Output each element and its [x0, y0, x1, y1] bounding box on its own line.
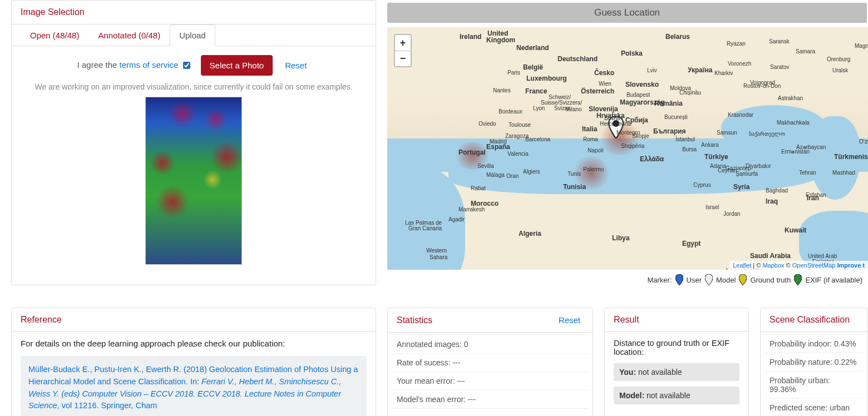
model-pin-icon — [705, 274, 713, 285]
map-label: Paris — [507, 70, 520, 76]
map-label: Libya — [612, 234, 629, 242]
map-label: Algiers — [523, 169, 540, 175]
map-label: Saudi Arabia — [750, 252, 791, 260]
tos-link[interactable]: terms of service — [120, 60, 179, 70]
map-label: Luxembourg — [526, 75, 567, 82]
map-label: Ceyhan — [718, 167, 737, 174]
zoom-out-button[interactable]: − — [395, 51, 411, 66]
map-label: Azərbaycan — [796, 144, 826, 150]
upload-reset-button[interactable]: Reset — [282, 60, 310, 71]
map-title: Guess Location — [387, 3, 867, 23]
map-label: Orenburg — [827, 56, 850, 62]
improve-link[interactable]: Improve t — [837, 262, 865, 269]
map-label: Slovensko — [625, 81, 659, 88]
map-label: O'zbeki — [859, 138, 868, 145]
map-label: Tunisia — [563, 183, 586, 191]
map-attribution: Leaflet | © Mapbox © OpenStreetMap Impro… — [729, 261, 868, 270]
gt-pin-icon — [739, 274, 747, 285]
map-label: Belarus — [665, 33, 690, 41]
map-label: Gran Canaria — [408, 225, 442, 231]
reference-header: Reference — [12, 308, 376, 332]
map-label: Toulouse — [509, 122, 531, 128]
map-label: Samara — [796, 48, 815, 55]
map-label: Deutschland — [558, 55, 598, 63]
map-label: Baghdad — [766, 187, 788, 194]
map-label: Şanlıurfa — [736, 171, 758, 177]
tos-label: I agree the terms of service — [77, 60, 192, 71]
map[interactable]: IrelandUnitedKingdomBelarusNederlandBelg… — [387, 27, 868, 270]
reference-card: Reference For details on the deep learni… — [11, 308, 376, 416]
map-label: Palermo — [583, 166, 604, 172]
map-label: Bursa — [682, 146, 697, 152]
scene-urban: Probability urban: 99.36% — [765, 372, 863, 399]
stat-model-mean-error: Model's mean error: --- — [392, 390, 588, 409]
statistics-header: Statistics — [397, 315, 432, 325]
map-label: Krasnodar — [728, 112, 753, 118]
osm-link[interactable]: OpenStreetMap — [792, 262, 836, 269]
map-label: Agadir — [448, 216, 465, 222]
map-label: Esfahan — [806, 192, 826, 198]
map-label: Rabat — [471, 185, 486, 191]
legend-user: User — [687, 276, 702, 284]
map-column: Guess Location IrelandUnitedKingdomBelar… — [387, 0, 868, 285]
leaflet-link[interactable]: Leaflet — [733, 262, 751, 269]
map-label: Tehran — [799, 170, 816, 176]
image-selection-card: Image Selection Open (48/48) Annotated (… — [11, 0, 376, 285]
reference-citation[interactable]: Müller-Budack E., Pustu-Iren K., Ewerth … — [21, 356, 367, 416]
map-label: Україна — [688, 66, 712, 74]
map-label: Astrakhan — [778, 95, 803, 101]
map-label: Saransk — [769, 38, 790, 44]
map-label: Bordeaux — [499, 108, 522, 115]
zoom-in-button[interactable]: + — [395, 35, 411, 51]
map-label: საქართველო — [749, 131, 785, 137]
map-label: France — [525, 87, 547, 95]
statistics-card: Statistics Reset Annotated images: 0 Rat… — [387, 308, 593, 416]
map-label: București — [664, 114, 688, 120]
tos-checkbox[interactable] — [183, 62, 190, 69]
map-label: Tunis — [568, 171, 581, 177]
map-label: Skopje — [632, 133, 649, 139]
map-label: Italia — [582, 125, 597, 133]
stat-your-mean-error: Your mean error: --- — [392, 372, 588, 390]
map-label: Wien — [599, 81, 611, 87]
tab-upload[interactable]: Upload — [170, 24, 215, 46]
map-label: Oran — [506, 173, 519, 179]
map-label: Marrakesh — [458, 206, 485, 212]
statistics-reset-button[interactable]: Reset — [555, 315, 584, 325]
scene-predicted: Predicted scene: urban — [765, 399, 863, 416]
result-card: Result Distance to ground truth or EXIF … — [604, 308, 749, 416]
map-label: Česko — [594, 69, 614, 77]
user-pin-icon — [675, 274, 683, 285]
map-label: Milano — [565, 106, 581, 112]
legend-exif: EXIF (if available) — [805, 276, 862, 284]
select-photo-button[interactable]: Select a Photo — [201, 55, 273, 76]
image-preview-holder — [12, 97, 376, 270]
map-label: Türkmenistan — [834, 153, 868, 161]
map-label: Egypt — [682, 240, 701, 247]
tab-annotated[interactable]: Annotated (0/48) — [88, 24, 170, 46]
result-you: You: not available — [614, 363, 739, 381]
legend-gt: Ground truth — [750, 276, 791, 284]
map-label: Málaga — [486, 172, 505, 178]
map-label: Türkiye — [704, 153, 728, 161]
map-label: Valencia — [507, 151, 529, 157]
map-label: İstanbul — [675, 136, 695, 142]
tab-open[interactable]: Open (48/48) — [21, 24, 88, 46]
scene-indoor: Probability indoor: 0.43% — [765, 334, 863, 353]
map-label: Ankara — [701, 142, 719, 148]
map-label: Lyon — [533, 105, 545, 111]
map-label: Lviv — [647, 67, 657, 73]
map-label: Sevilla — [477, 163, 494, 169]
mapbox-link[interactable]: Mapbox — [762, 262, 784, 269]
map-label: Madrid — [490, 138, 507, 145]
stat-rate: Rate of sucess: --- — [392, 354, 588, 372]
map-label: Polska — [621, 49, 643, 57]
tabs: Open (48/48) Annotated (0/48) Upload — [12, 24, 376, 46]
legend-title: Marker: — [647, 276, 672, 284]
map-label: Nederland — [516, 44, 549, 52]
result-model: Model: not available — [614, 387, 739, 404]
map-label: Makhachkala — [777, 120, 810, 126]
reference-intro: For details on the deep learning approac… — [21, 339, 367, 348]
marker-legend: Marker: User Model Ground truth EXIF (if… — [387, 270, 868, 285]
map-label: Mashhad — [832, 170, 855, 176]
